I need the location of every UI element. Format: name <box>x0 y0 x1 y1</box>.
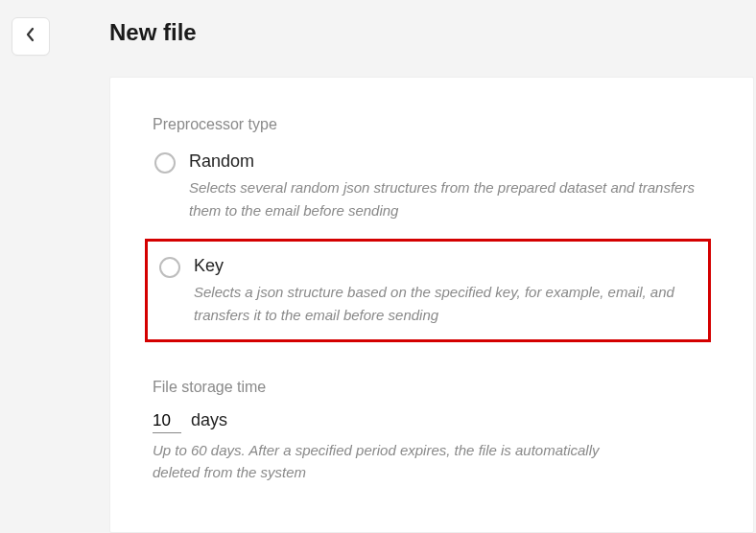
preprocessor-type-label: Preprocessor type <box>153 116 711 133</box>
option-text: Random Selects several random json struc… <box>189 151 709 221</box>
option-description: Selects a json structure based on the sp… <box>194 281 697 326</box>
storage-row: days <box>153 409 711 433</box>
option-description: Selects several random json structures f… <box>189 176 709 221</box>
preprocessor-option-key[interactable]: Key Selects a json structure based on th… <box>157 251 698 326</box>
storage-days-input[interactable] <box>153 409 181 433</box>
storage-section: File storage time days Up to 60 days. Af… <box>153 379 711 484</box>
storage-unit-label: days <box>191 410 227 430</box>
preprocessor-option-random[interactable]: Random Selects several random json struc… <box>153 147 711 231</box>
chevron-left-icon <box>26 27 35 46</box>
form-card: Preprocessor type Random Selects several… <box>109 77 754 533</box>
radio-icon <box>159 257 180 278</box>
radio-icon <box>154 152 176 174</box>
page-title: New file <box>109 19 197 46</box>
option-label: Random <box>189 151 709 173</box>
option-label: Key <box>194 255 697 277</box>
highlighted-option-box: Key Selects a json structure based on th… <box>145 239 711 342</box>
storage-help-text: Up to 60 days. After a specified period … <box>153 439 613 484</box>
back-button[interactable] <box>12 17 50 56</box>
storage-time-label: File storage time <box>153 379 711 396</box>
option-text: Key Selects a json structure based on th… <box>194 255 697 326</box>
